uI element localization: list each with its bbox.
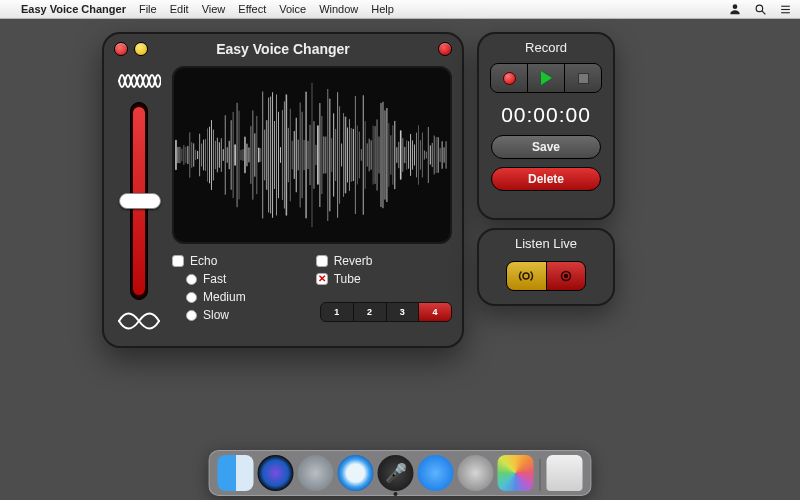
dock-launchpad[interactable] <box>298 455 334 491</box>
speaker-icon <box>517 267 535 285</box>
listen-speaker-button[interactable] <box>507 262 547 290</box>
listen-header: Listen Live <box>479 230 613 255</box>
reverb-label: Reverb <box>334 254 373 268</box>
play-button[interactable] <box>528 64 565 92</box>
stop-button[interactable] <box>565 64 601 92</box>
preset-bar: 1 2 3 4 <box>320 302 452 322</box>
echo-checkbox[interactable]: Echo <box>172 254 246 268</box>
stop-icon <box>578 73 589 84</box>
record-button[interactable] <box>491 64 528 92</box>
user-menu-icon[interactable] <box>728 2 742 16</box>
speed-medium-radio[interactable]: Medium <box>172 290 246 304</box>
svg-line-2 <box>762 11 765 14</box>
dock-siri[interactable] <box>258 455 294 491</box>
macos-menubar: Easy Voice Changer File Edit View Effect… <box>0 0 800 19</box>
menubar-app-name[interactable]: Easy Voice Changer <box>21 3 126 15</box>
play-icon <box>541 71 552 85</box>
spotlight-search-icon[interactable] <box>754 3 767 16</box>
save-button[interactable]: Save <box>491 135 601 159</box>
dock-appstore[interactable] <box>418 455 454 491</box>
svg-point-144 <box>523 273 529 279</box>
dock-voice-changer[interactable]: 🎤 <box>378 455 414 491</box>
svg-point-146 <box>564 275 567 278</box>
dock: 🎤 <box>209 450 592 496</box>
speaker-off-icon <box>557 267 575 285</box>
menu-voice[interactable]: Voice <box>279 3 306 15</box>
svg-point-0 <box>733 4 738 9</box>
menu-help[interactable]: Help <box>371 3 394 15</box>
high-frequency-icon <box>117 64 161 98</box>
window-close-button[interactable] <box>114 42 128 56</box>
speed-slow-radio[interactable]: Slow <box>172 308 246 322</box>
reverb-checkbox[interactable]: Reverb <box>316 254 373 268</box>
titlebar: Easy Voice Changer <box>104 34 462 64</box>
speed-fast-radio[interactable]: Fast <box>172 272 246 286</box>
window-aux-button[interactable] <box>438 42 452 56</box>
preset-4[interactable]: 4 <box>419 303 451 321</box>
menu-window[interactable]: Window <box>319 3 358 15</box>
low-frequency-icon <box>117 304 161 338</box>
tube-checkbox[interactable]: Tube <box>316 272 373 286</box>
preset-2[interactable]: 2 <box>354 303 387 321</box>
record-icon <box>503 72 516 85</box>
dock-settings[interactable] <box>458 455 494 491</box>
menu-file[interactable]: File <box>139 3 157 15</box>
waveform-display <box>172 66 452 244</box>
record-timer: 00:00:00 <box>479 103 613 127</box>
listen-mute-button[interactable] <box>547 262 586 290</box>
dock-trash[interactable] <box>547 455 583 491</box>
pitch-slider[interactable] <box>130 102 148 300</box>
speed-slow-label: Slow <box>203 308 229 322</box>
preset-1[interactable]: 1 <box>321 303 354 321</box>
echo-label: Echo <box>190 254 217 268</box>
svg-point-1 <box>756 5 763 12</box>
record-panel: Record 00:00:00 Save Delete <box>477 32 615 220</box>
transport-controls <box>490 63 602 93</box>
tube-label: Tube <box>334 272 361 286</box>
window-minimize-button[interactable] <box>134 42 148 56</box>
dock-separator <box>540 459 541 491</box>
dock-photos[interactable] <box>498 455 534 491</box>
listen-controls <box>506 261 586 291</box>
preset-3[interactable]: 3 <box>387 303 420 321</box>
listen-live-panel: Listen Live <box>477 228 615 306</box>
speed-medium-label: Medium <box>203 290 246 304</box>
menu-edit[interactable]: Edit <box>170 3 189 15</box>
menu-view[interactable]: View <box>202 3 226 15</box>
effects-options: Echo Fast Medium Slow Reverb <box>172 254 452 322</box>
window-title: Easy Voice Changer <box>216 41 350 57</box>
delete-button[interactable]: Delete <box>491 167 601 191</box>
speed-fast-label: Fast <box>203 272 226 286</box>
dock-finder[interactable] <box>218 455 254 491</box>
pitch-slider-column <box>110 64 168 338</box>
notification-center-icon[interactable] <box>779 3 792 16</box>
pitch-slider-thumb[interactable] <box>119 193 161 209</box>
menu-effect[interactable]: Effect <box>238 3 266 15</box>
main-window: Easy Voice Changer <box>102 32 464 348</box>
record-header: Record <box>479 34 613 59</box>
dock-safari[interactable] <box>338 455 374 491</box>
